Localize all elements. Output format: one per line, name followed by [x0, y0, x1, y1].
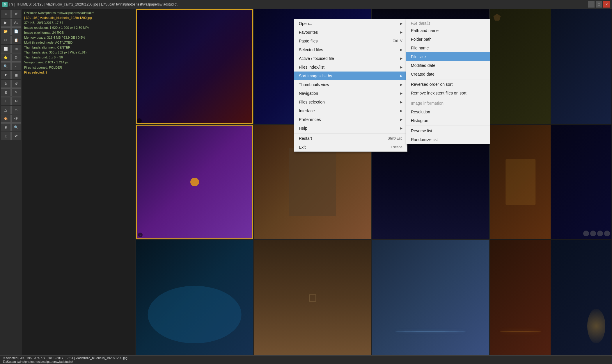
info-files-list: Files list opened: FOLDER [24, 65, 133, 70]
warning-icon[interactable]: ⚠ [11, 106, 21, 114]
grid-icon[interactable]: ⊞ [11, 45, 21, 53]
menu-files-selection[interactable]: Files selection ▶ [294, 98, 407, 106]
submenu-separator-1 [406, 79, 490, 79]
right-thumb-5[interactable] [490, 240, 551, 355]
menu-navigation[interactable]: Navigation ▶ [294, 89, 407, 98]
toolbar-row-14: ⊕ 🔍 [1, 123, 21, 131]
close-button[interactable]: ✕ [603, 1, 610, 8]
info-selected: Files selected: 9 [24, 70, 133, 75]
menu-paste-files[interactable]: Paste files Ctrl+V [294, 37, 407, 45]
menu-sort-images-list[interactable]: Sort images list by ▶ [294, 72, 407, 80]
zoom-fit-icon[interactable]: 🔍 [11, 123, 21, 131]
toolbar-row-1: ≡ ↺ [1, 10, 21, 18]
menu-interface[interactable]: Interface ▶ [294, 106, 407, 115]
thumbnail-7[interactable] [136, 240, 253, 355]
toolbar-row-10: ⊞ ✎ [1, 88, 21, 97]
submenu-resolution[interactable]: Resolution Ctrl+7 [406, 108, 490, 116]
toolbar-row-4: ✂ 📋 [1, 36, 21, 44]
right-thumb-6[interactable] [551, 240, 611, 355]
submenu-randomize-list[interactable]: Randomize list [406, 135, 490, 144]
file-icon[interactable]: 📄 [11, 27, 21, 35]
text-icon[interactable]: Aa [11, 19, 21, 27]
right-thumb-4[interactable] [551, 125, 611, 240]
rotate-ccw-icon[interactable]: ↺ [11, 80, 21, 88]
toolbar-row-11: ↓ AI [1, 97, 21, 105]
zoom-icon[interactable]: 🔍 [1, 62, 11, 70]
triangle-icon[interactable]: △ [1, 106, 11, 114]
thumbnail-4[interactable]: ○ [136, 125, 253, 240]
minimize-button[interactable]: — [588, 1, 595, 8]
submenu-folder-path[interactable]: Folder path Ctrl+2 [406, 35, 490, 44]
select-all-icon[interactable]: ⊞ [1, 88, 11, 97]
submenu-modified-date[interactable]: Modified date Ctrl+5 [406, 61, 490, 70]
eye-icon[interactable]: 👁 [11, 132, 21, 140]
info-alignment: Thumbnails alignment: CENTER [24, 45, 133, 50]
info-path: E:\Sucan twins\photos test\wallpapers\vl… [24, 10, 133, 15]
submenu-file-name[interactable]: File name Ctrl+3 [406, 44, 490, 52]
submenu-separator-2 [406, 98, 490, 98]
edit-icon[interactable]: ✎ [11, 88, 21, 97]
circle-icon[interactable]: ○ [11, 62, 21, 70]
select-icon[interactable]: ⬜ [1, 45, 11, 53]
menu-help[interactable]: Help ▶ [294, 124, 407, 133]
sort-icon[interactable]: ▼ [1, 71, 11, 79]
refresh-icon[interactable]: ↺ [11, 10, 21, 18]
left-toolbar: ≡ ↺ ▶ Aa 📂 📄 ✂ 📋 ⬜ ⊞ ⭐ ⚙ 🔍 ○ ▼ ▦ [0, 9, 22, 355]
info-resolution: Image resolution: 1 920 x 1 200 px | 2.3… [24, 25, 133, 30]
cut-icon[interactable]: ✂ [1, 36, 11, 44]
menu-preferences[interactable]: Preferences ▶ [294, 115, 407, 124]
layout-icon[interactable]: ⊞ [1, 132, 11, 140]
statusbar-path: E:\Sucan twins\photos test\wallpapers\vl… [3, 360, 127, 363]
color-icon[interactable]: 🎨 [1, 115, 11, 123]
menu-thumbnails-view[interactable]: Thumbnails view ▶ [294, 80, 407, 89]
angle-icon[interactable]: 45° [11, 115, 21, 123]
settings-icon[interactable]: ⚙ [11, 53, 21, 62]
submenu-created-date[interactable]: Created date Ctrl+6 [406, 70, 490, 78]
info-thumb-size: Thumbnails size: 350 x 202 px | Wide (1.… [24, 50, 133, 55]
thumbnail-area[interactable]: ○ ○ □ [135, 9, 490, 355]
info-panel: E:\Sucan twins\photos test\wallpapers\vl… [22, 9, 135, 355]
menu-favourites[interactable]: Favourites ▶ [294, 28, 407, 37]
down-icon[interactable]: ↓ [1, 97, 11, 105]
thumbnail-8[interactable]: □ [254, 240, 371, 355]
submenu-histogram[interactable]: Histogram Ctrl+8 [406, 116, 490, 125]
menu-open[interactable]: Open... ▶ [294, 19, 407, 28]
main-area: ≡ ↺ ▶ Aa 📂 📄 ✂ 📋 ⬜ ⊞ ⭐ ⚙ 🔍 ○ ▼ ▦ [0, 9, 612, 355]
toolbar-row-12: △ ⚠ [1, 106, 21, 114]
submenu-reverse-list[interactable]: Reverse list Ctrl+0 [406, 126, 490, 135]
thumbnail-9[interactable] [372, 240, 489, 355]
submenu-file-size[interactable]: File size Ctrl+4 [406, 52, 490, 61]
thumbnail-1[interactable]: ○ [136, 9, 253, 124]
bars-icon[interactable]: ▦ [11, 71, 21, 79]
maximize-button[interactable]: □ [596, 1, 602, 8]
info-size-date: 374 KB | 20/10/2017, 17:54 [24, 20, 133, 25]
copy-icon[interactable]: 📋 [11, 36, 21, 44]
menu-selected-files[interactable]: Selected files ▶ [294, 45, 407, 54]
menu-icon[interactable]: ≡ [1, 10, 11, 18]
menu-exit[interactable]: Exit Escape [294, 143, 407, 151]
submenu-remove-inexistent[interactable]: Remove inexistent files on sort [406, 89, 490, 97]
menu-restart[interactable]: Restart Shift+Esc [294, 134, 407, 143]
submenu-reversed-order[interactable]: Reversed order on sort [406, 80, 490, 89]
ai-icon[interactable]: AI [11, 97, 21, 105]
rotate-cw-icon[interactable]: ↻ [1, 80, 11, 88]
zoom-in-icon[interactable]: ⊕ [1, 123, 11, 131]
secondary-context-menu: File details Path and name Ctrl+1 Folder… [406, 19, 490, 144]
toolbar-row-8: ▼ ▦ [1, 71, 21, 79]
open-icon[interactable]: 📂 [1, 27, 11, 35]
right-thumb-1[interactable]: ⬟ [490, 9, 551, 124]
menu-active-focused-file[interactable]: Active / focused file ▶ [294, 54, 407, 63]
right-thumb-2[interactable] [551, 9, 611, 124]
info-viewport: Viewport size: 2 103 x 1 214 px [24, 60, 133, 65]
info-pixel-format: Image pixel format: 24-RGB [24, 30, 133, 35]
menu-separator-1 [294, 133, 407, 133]
menu-files-index-list[interactable]: Files index/list ▶ [294, 63, 407, 72]
right-thumb-3[interactable] [490, 125, 551, 240]
app-icon: 9 [2, 2, 8, 7]
primary-context-menu: Open... ▶ Favourites ▶ Paste files Ctrl+… [294, 19, 407, 152]
play-icon[interactable]: ▶ [1, 19, 11, 27]
statusbar: 9 selected | 39 / 195 | 374 KB | 20/10/2… [0, 355, 612, 364]
toolbar-row-7: 🔍 ○ [1, 62, 21, 70]
submenu-path-and-name[interactable]: Path and name Ctrl+1 [406, 26, 490, 35]
star-icon[interactable]: ⭐ [1, 53, 11, 62]
